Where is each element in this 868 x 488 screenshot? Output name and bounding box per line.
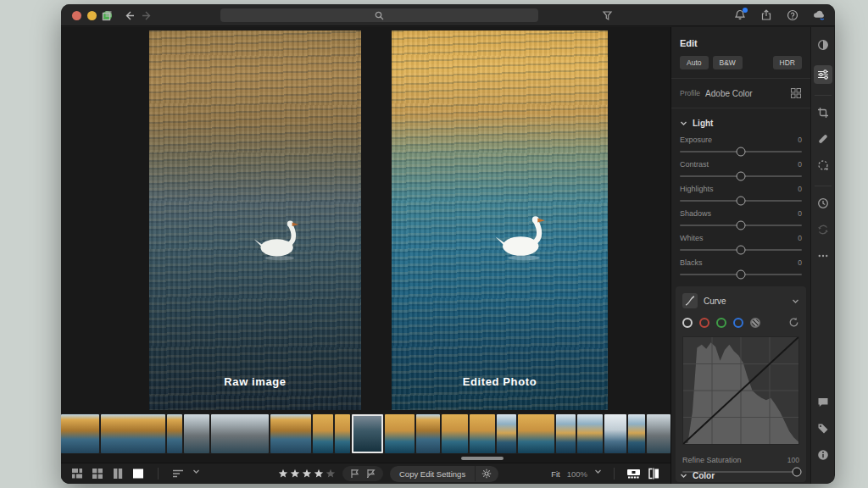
healing-brush-icon[interactable] xyxy=(817,133,829,145)
refine-saturation-knob[interactable] xyxy=(793,468,802,477)
auto-button[interactable]: Auto xyxy=(680,56,709,69)
sync-icon[interactable] xyxy=(817,224,829,236)
filmstrip-thumbnail[interactable] xyxy=(470,414,495,453)
forward-arrow-icon[interactable] xyxy=(142,10,153,21)
share-icon[interactable] xyxy=(760,9,772,21)
filmstrip-thumbnail[interactable] xyxy=(385,414,415,453)
filmstrip-thumbnail[interactable] xyxy=(556,414,576,453)
reject-flag-icon[interactable] xyxy=(366,469,376,479)
slider-knob[interactable] xyxy=(737,147,746,157)
versions-icon[interactable] xyxy=(102,10,113,21)
close-button[interactable] xyxy=(72,11,81,20)
filmstrip-thumbnail[interactable] xyxy=(442,414,468,453)
notifications-bell-icon[interactable] xyxy=(734,9,746,21)
filmstrip-thumbnail[interactable] xyxy=(184,414,209,453)
raw-photo[interactable]: Raw image xyxy=(149,30,361,410)
filmstrip-toggle-icon[interactable] xyxy=(626,468,641,480)
slider-track[interactable] xyxy=(680,225,802,226)
curve-tool-icon[interactable] xyxy=(682,293,698,308)
filmstrip-thumbnail[interactable] xyxy=(211,414,269,453)
curve-reset-icon[interactable] xyxy=(788,317,799,328)
comments-icon[interactable] xyxy=(817,396,829,408)
filmstrip-thumbnail[interactable] xyxy=(497,414,516,453)
filter-icon[interactable] xyxy=(602,10,613,21)
slider-track[interactable] xyxy=(680,249,802,251)
cloud-sync-icon[interactable] xyxy=(813,9,825,21)
edited-photo[interactable]: Edited Photo xyxy=(392,30,608,410)
filmstrip-thumbnail[interactable] xyxy=(604,414,626,453)
filmstrip-thumbnail[interactable] xyxy=(335,414,350,453)
star-icon[interactable] xyxy=(314,469,324,479)
filmstrip-thumbnail[interactable] xyxy=(101,414,165,453)
curve-channel-blue[interactable] xyxy=(733,318,743,328)
filmstrip-thumbnail[interactable] xyxy=(313,414,333,453)
filmstrip-thumbnail[interactable] xyxy=(270,414,311,453)
curve-channel-luminance[interactable] xyxy=(682,318,693,328)
slider-track[interactable] xyxy=(680,175,802,177)
curve-channel-red[interactable] xyxy=(699,318,709,328)
curve-channel-parametric[interactable] xyxy=(750,318,760,328)
slider-track[interactable] xyxy=(680,200,802,202)
curve-channel-green[interactable] xyxy=(716,318,726,328)
slider-knob[interactable] xyxy=(737,221,746,230)
main-content: Raw image Edited Photo xyxy=(61,27,670,484)
tone-adjust-icon[interactable] xyxy=(817,39,829,51)
help-icon[interactable] xyxy=(787,9,798,21)
info-icon[interactable] xyxy=(817,449,829,461)
square-grid-view-icon[interactable] xyxy=(92,468,103,480)
photo-grid-view-icon[interactable] xyxy=(71,468,83,480)
detail-view-icon[interactable] xyxy=(132,468,144,480)
zoom-chevron-down-icon[interactable] xyxy=(594,468,602,480)
sort-icon[interactable] xyxy=(172,468,184,480)
copy-edit-settings-button[interactable]: Copy Edit Settings xyxy=(390,466,475,482)
search-input[interactable] xyxy=(220,8,538,22)
color-section-header[interactable]: Color xyxy=(680,471,715,480)
slider-knob[interactable] xyxy=(737,172,746,181)
filmstrip-thumbnail[interactable] xyxy=(577,414,603,453)
filmstrip-thumbnail[interactable] xyxy=(628,414,645,453)
zoom-fit-label[interactable]: Fit xyxy=(551,469,560,479)
before-after-icon[interactable] xyxy=(648,468,660,480)
versions-history-icon[interactable] xyxy=(817,197,829,209)
slider-track[interactable] xyxy=(680,151,802,152)
crop-icon[interactable] xyxy=(817,107,829,119)
slider-track[interactable] xyxy=(680,274,802,275)
slider-label: Blacks xyxy=(680,258,703,267)
curve-chevron-down-icon[interactable] xyxy=(792,297,799,305)
bw-button[interactable]: B&W xyxy=(713,56,743,69)
masking-icon[interactable] xyxy=(817,159,829,171)
settings-gear-icon[interactable] xyxy=(475,466,498,481)
filmstrip-thumbnail-selected[interactable] xyxy=(352,414,383,453)
hdr-button[interactable]: HDR xyxy=(773,56,802,69)
slider-knob[interactable] xyxy=(737,246,746,255)
filmstrip-thumbnail[interactable] xyxy=(61,414,99,453)
star-icon[interactable] xyxy=(302,469,312,479)
tone-curve-histogram[interactable] xyxy=(682,336,799,445)
sort-chevron-down-icon[interactable] xyxy=(192,468,200,480)
slider-knob[interactable] xyxy=(737,270,746,280)
refine-saturation-value: 100 xyxy=(787,456,799,464)
star-icon[interactable] xyxy=(290,469,300,479)
back-arrow-icon[interactable] xyxy=(124,10,135,21)
star-rating[interactable] xyxy=(278,469,336,479)
profile-browser-icon[interactable] xyxy=(790,87,802,99)
filmstrip-scrollbar[interactable] xyxy=(461,457,504,460)
profile-value[interactable]: Adobe Color xyxy=(705,89,753,98)
pick-flag-icon[interactable] xyxy=(350,469,359,479)
slider-knob[interactable] xyxy=(737,197,746,206)
compare-view-icon[interactable] xyxy=(112,468,124,480)
section-divider xyxy=(671,78,810,79)
star-icon[interactable] xyxy=(326,469,336,479)
filmstrip-thumbnail[interactable] xyxy=(518,414,554,453)
filmstrip-thumbnail[interactable] xyxy=(167,414,182,453)
star-icon[interactable] xyxy=(278,469,288,479)
zoom-level-value[interactable]: 100% xyxy=(567,469,587,479)
keywords-tag-icon[interactable] xyxy=(817,423,829,435)
minimize-button[interactable] xyxy=(87,11,97,20)
filmstrip-thumbnail[interactable] xyxy=(416,414,440,453)
filmstrip-thumbnail[interactable] xyxy=(647,414,670,453)
profile-row[interactable]: Profile Adobe Color xyxy=(680,87,802,99)
more-options-icon[interactable] xyxy=(817,250,829,262)
light-section-header[interactable]: Light xyxy=(680,119,802,128)
edit-sliders-icon[interactable] xyxy=(814,65,832,84)
